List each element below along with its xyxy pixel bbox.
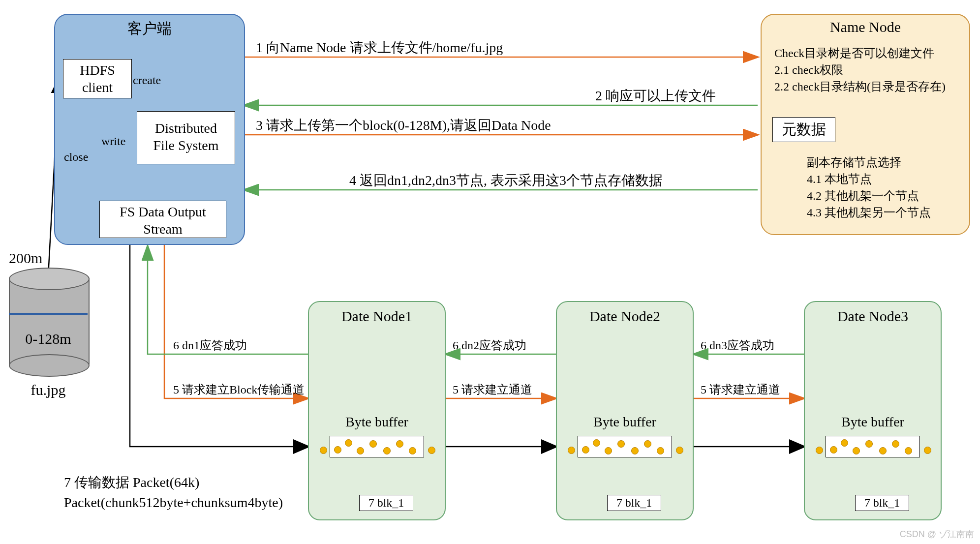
watermark: CSDN @ ゾ江南南 [900,528,974,540]
name-node-title: Name Node [761,19,970,35]
nn-check-main: Check目录树是否可以创建文件 [774,45,934,61]
nn-meta: 元数据 [772,117,835,142]
label-close: close [64,151,88,164]
cylinder-range: 0-128m [9,331,88,347]
label-create: create [133,74,161,87]
cylinder-sep [9,313,88,315]
nn-check-1: 2.1 check权限 [774,62,843,78]
client-title: 客户端 [54,19,245,39]
dn1-blk: 7 blk_1 [359,495,413,511]
dn1-buffer-label: Byte buffer [308,414,446,430]
dn3-buffer-label: Byte buffer [804,414,942,430]
step5-dn23-label: 5 请求建立通道 [701,382,780,397]
step2-label: 2 响应可以上传文件 [595,87,716,105]
dn1-title: Date Node1 [308,308,446,325]
dn3-buffer-box [826,436,920,457]
dn2-buffer-label: Byte buffer [556,414,694,430]
step5-client-label: 5 请求建立Block传输通道 [173,382,305,397]
cylinder-top [9,268,90,290]
step4-label: 4 返回dn1,dn2,dn3节点, 表示采用这3个节点存储数据 [349,171,663,190]
cylinder-bottom [9,354,90,377]
dn2-buffer-box [578,436,672,457]
nn-check-2: 2.2 check目录结构(目录是否存在) [774,79,946,94]
step1-label: 1 向Name Node 请求上传文件/home/fu.jpg [256,38,503,57]
step3-label: 3 请求上传第一个block(0-128M),请返回Data Node [256,116,551,135]
dn2-title: Date Node2 [556,308,694,325]
step6-3-label: 6 dn3应答成功 [701,337,774,353]
nn-replica-1: 4.1 本地节点 [807,171,872,187]
cylinder-body [9,278,90,364]
dfs-box: Distributed File System [137,111,235,164]
step5-dn12-label: 5 请求建立通道 [453,382,532,397]
dn1-panel [308,301,446,520]
dn2-panel [556,301,694,520]
dn2-blk: 7 blk_1 [607,495,661,511]
nn-replica-title: 副本存储节点选择 [807,154,901,170]
step7-sub: Packet(chunk512byte+chunksum4byte) [64,495,283,511]
hdfs-client-box: HDFS client [63,59,132,98]
stream-box: FS Data Output Stream [99,201,226,238]
dn3-panel [804,301,942,520]
cylinder-size: 200m [9,250,42,267]
dn3-blk: 7 blk_1 [855,495,909,511]
nn-replica-3: 4.3 其他机架另一个节点 [807,205,931,220]
label-write: write [101,135,125,148]
step6-1-label: 6 dn1应答成功 [173,337,247,353]
dn1-buffer-box [330,436,424,457]
dn3-title: Date Node3 [804,308,942,325]
step6-2-label: 6 dn2应答成功 [453,337,526,353]
cylinder-name: fu.jpg [9,382,88,398]
step7-title: 7 传输数据 Packet(64k) [64,473,199,492]
nn-replica-2: 4.2 其他机架一个节点 [807,188,919,204]
